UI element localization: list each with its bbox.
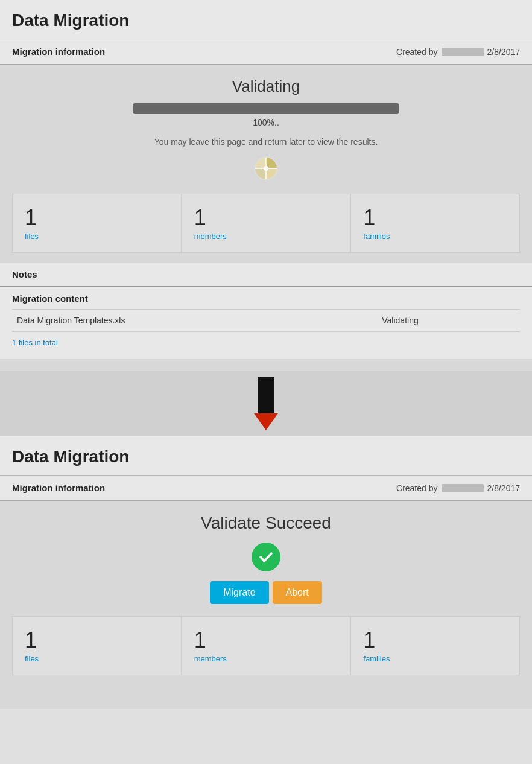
stats-grid-1: 1 files 1 members 1 families [12,194,520,253]
abort-button[interactable]: Abort [273,581,322,604]
leave-page-notice: You may leave this page and return later… [12,137,520,147]
table-row: Data Migration Templates.xls Validating [12,310,520,332]
arrow-shaft [258,377,274,413]
stat-label-files-1: files [25,232,39,241]
loading-spinner-icon [253,155,279,182]
redacted-user-2 [442,484,484,492]
stat-label-families-2: families [363,654,390,663]
created-by-2: Created by 2/8/2017 [396,483,520,493]
stat-members-2: 1 members [182,616,351,675]
page-title-2: Data Migration [0,436,532,475]
stat-number-families-2: 1 [363,628,507,653]
redacted-user-1 [442,48,484,56]
transition-arrow [254,377,278,430]
stat-number-files-2: 1 [25,628,169,653]
stats-grid-2: 1 files 1 members 1 families [12,616,520,675]
second-section-content: Validate Succeed Migrate Abort 1 files 1… [0,514,532,697]
validating-title: Validating [12,77,520,96]
stat-families-1: 1 families [350,194,520,253]
stat-families-2: 1 families [350,616,520,675]
migration-info-label-1: Migration information [12,46,105,57]
created-by-1: Created by 2/8/2017 [396,47,520,57]
action-buttons: Migrate Abort [12,581,520,604]
stat-files-1: 1 files [12,194,182,253]
content-table: Data Migration Templates.xls Validating [12,309,520,332]
migration-content-section: Migration content Data Migration Templat… [0,286,532,359]
transition-section [0,371,532,436]
migration-content-label: Migration content [12,293,88,304]
stat-number-files-1: 1 [25,205,169,231]
arrow-head-icon [254,413,278,430]
stat-number-members-2: 1 [194,628,338,653]
file-status-cell: Validating [377,310,520,332]
migration-info-label-2: Migration information [12,483,105,493]
stat-files-2: 1 files [12,616,182,675]
stat-number-members-1: 1 [194,205,338,231]
section-validating: Data Migration Migration information Cre… [0,0,532,371]
stat-label-files-2: files [25,654,39,663]
progress-bar-container [133,103,399,114]
progress-label: 100%.. [12,118,520,127]
notes-label: Notes [12,269,37,279]
progress-bar-fill [133,103,399,114]
success-checkmark-icon [252,543,280,571]
migration-info-bar-1: Migration information Created by 2/8/201… [0,39,532,65]
stat-label-members-1: members [194,232,227,241]
file-name-cell: Data Migration Templates.xls [12,310,377,332]
success-icon-container [12,543,520,571]
files-total: 1 files in total [12,338,520,353]
stat-label-families-1: families [363,232,390,241]
page-title-1: Data Migration [0,0,532,39]
checkmark-svg [258,549,274,565]
migration-info-bar-2: Migration information Created by 2/8/201… [0,476,532,501]
spinner-container [12,155,520,184]
section-validate-succeed: Data Migration Migration information Cre… [0,436,532,709]
stat-label-members-2: members [194,654,227,663]
stat-number-families-1: 1 [363,205,507,231]
notes-section: Notes [0,263,532,286]
content-area-1: Validating 100%.. You may leave this pag… [0,65,532,359]
validate-succeed-title: Validate Succeed [12,514,520,533]
migrate-button[interactable]: Migrate [210,581,268,604]
stat-members-1: 1 members [182,194,351,253]
